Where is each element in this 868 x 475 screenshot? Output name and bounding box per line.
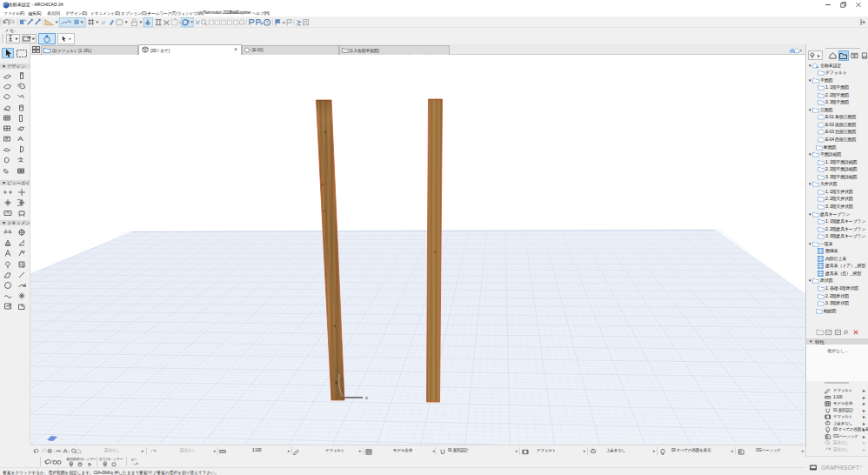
svg-text:x: x [365,395,368,400]
svg-text:z: z [336,368,338,373]
svg-text:y: y [341,376,344,381]
